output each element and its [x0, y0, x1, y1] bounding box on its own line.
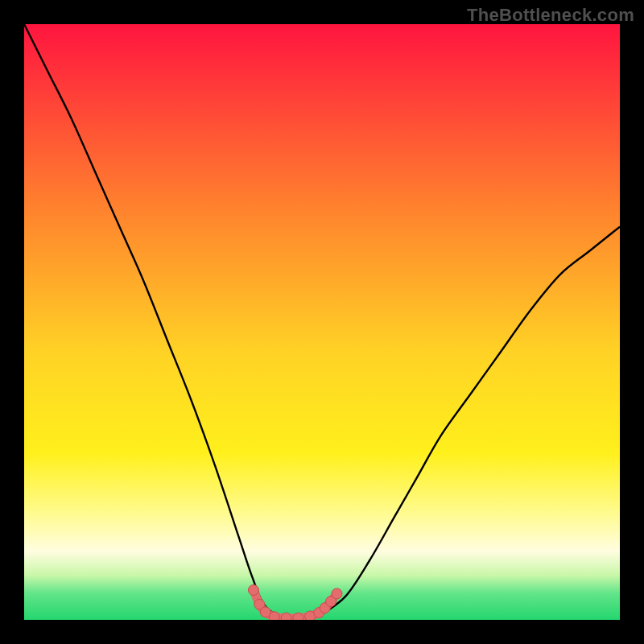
marker-dot — [281, 613, 291, 620]
marker-dot — [269, 612, 279, 620]
marker-dot — [332, 588, 342, 599]
marker-dot — [293, 613, 303, 620]
watermark-text: TheBottleneck.com — [467, 5, 634, 26]
plot-area — [24, 24, 620, 620]
gradient-background — [24, 24, 620, 620]
chart-svg — [24, 24, 620, 620]
marker-dot — [248, 585, 258, 596]
chart-frame: TheBottleneck.com — [0, 0, 644, 644]
